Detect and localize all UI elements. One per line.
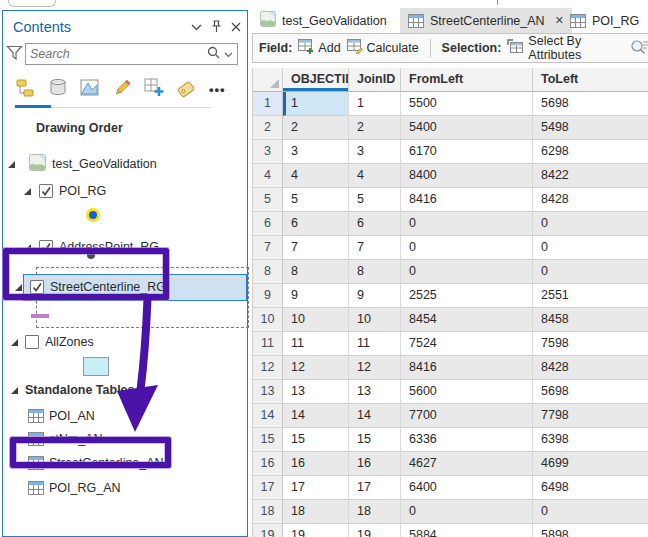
table-cell[interactable]: 17 bbox=[349, 476, 401, 500]
table-row[interactable]: 66600 bbox=[253, 212, 648, 236]
table-row[interactable]: 19191958845898 bbox=[253, 524, 648, 537]
table-cell[interactable]: 19 bbox=[283, 524, 349, 537]
table-row[interactable]: 11111175247598 bbox=[253, 332, 648, 356]
table-cell[interactable]: 13 bbox=[349, 380, 401, 404]
table-cell[interactable]: 0 bbox=[401, 500, 533, 524]
layer-checkbox[interactable] bbox=[39, 184, 53, 198]
table-cell[interactable]: 0 bbox=[533, 260, 648, 284]
filter-icon[interactable] bbox=[6, 45, 23, 64]
table-row[interactable]: 33361706298 bbox=[253, 140, 648, 164]
addresspoint-rg-point-symbol[interactable] bbox=[87, 251, 95, 259]
table-cell[interactable]: 8422 bbox=[533, 164, 648, 188]
zoom-to-selection-icon[interactable] bbox=[630, 39, 648, 58]
table-cell[interactable]: 0 bbox=[401, 212, 533, 236]
search-input[interactable] bbox=[26, 47, 207, 61]
table-row[interactable]: 10101084548458 bbox=[253, 308, 648, 332]
row-number[interactable]: 1 bbox=[253, 92, 283, 116]
table-cell[interactable]: 14 bbox=[283, 404, 349, 428]
calculate-field-button[interactable]: Calculate bbox=[347, 39, 419, 57]
search-options-chevron-icon[interactable] bbox=[224, 47, 233, 61]
table-row[interactable]: 17171764006498 bbox=[253, 476, 648, 500]
table-cell[interactable]: 10 bbox=[283, 308, 349, 332]
table-cell[interactable]: 5400 bbox=[401, 116, 533, 140]
table-cell[interactable]: 2 bbox=[283, 116, 349, 140]
column-header-joinid[interactable]: JoinID bbox=[349, 68, 401, 92]
table-cell[interactable]: 7598 bbox=[533, 332, 648, 356]
table-cell[interactable]: 7524 bbox=[401, 332, 533, 356]
standalone-tables-header[interactable]: Standalone Tables bbox=[3, 379, 247, 401]
table-cell[interactable]: 15 bbox=[349, 428, 401, 452]
table-row[interactable]: 77700 bbox=[253, 236, 648, 260]
table-item-stnm-an[interactable]: stNm_AN bbox=[3, 428, 247, 450]
table-cell[interactable]: 17 bbox=[283, 476, 349, 500]
table-row[interactable]: 22254005498 bbox=[253, 116, 648, 140]
table-cell[interactable]: 4 bbox=[283, 164, 349, 188]
table-cell[interactable]: 8458 bbox=[533, 308, 648, 332]
row-number[interactable]: 16 bbox=[253, 452, 283, 476]
view-tab-poi-rg[interactable]: POI_RG bbox=[562, 8, 647, 33]
table-cell[interactable]: 2525 bbox=[401, 284, 533, 308]
table-cell[interactable]: 18 bbox=[283, 500, 349, 524]
search-icon[interactable] bbox=[207, 46, 220, 62]
table-cell[interactable]: 1 bbox=[349, 92, 401, 116]
table-row[interactable]: 88800 bbox=[253, 260, 648, 284]
pin-icon[interactable] bbox=[211, 20, 222, 33]
expander-icon[interactable] bbox=[24, 188, 31, 195]
layer-item-addresspoint-rg[interactable]: AddressPoint_RG bbox=[3, 236, 247, 258]
row-number[interactable]: 10 bbox=[253, 308, 283, 332]
table-cell[interactable]: 8400 bbox=[401, 164, 533, 188]
table-item-poi-rg-an[interactable]: POI_RG_AN bbox=[3, 477, 247, 499]
table-cell[interactable]: 0 bbox=[401, 236, 533, 260]
row-number[interactable]: 15 bbox=[253, 428, 283, 452]
table-cell[interactable]: 8 bbox=[283, 260, 349, 284]
row-number[interactable]: 17 bbox=[253, 476, 283, 500]
expander-icon[interactable] bbox=[11, 339, 18, 346]
row-number[interactable]: 5 bbox=[253, 188, 283, 212]
table-cell[interactable]: 6 bbox=[349, 212, 401, 236]
expander-icon[interactable] bbox=[8, 161, 15, 168]
table-cell[interactable]: 6400 bbox=[401, 476, 533, 500]
table-cell[interactable]: 0 bbox=[533, 500, 648, 524]
table-row[interactable]: 55584168428 bbox=[253, 188, 648, 212]
table-cell[interactable]: 9 bbox=[349, 284, 401, 308]
layer-item-allzones[interactable]: AllZones bbox=[3, 331, 247, 353]
table-cell[interactable]: 7700 bbox=[401, 404, 533, 428]
table-cell[interactable]: 6498 bbox=[533, 476, 648, 500]
table-cell[interactable]: 11 bbox=[283, 332, 349, 356]
table-cell[interactable]: 13 bbox=[283, 380, 349, 404]
table-cell[interactable]: 1 bbox=[283, 92, 349, 116]
row-number[interactable]: 3 bbox=[253, 140, 283, 164]
table-cell[interactable]: 7798 bbox=[533, 404, 648, 428]
list-by-selection-icon[interactable] bbox=[79, 77, 101, 102]
table-cell[interactable]: 10 bbox=[349, 308, 401, 332]
row-number[interactable]: 2 bbox=[253, 116, 283, 140]
table-item-poi-an[interactable]: POI_AN bbox=[3, 405, 247, 427]
select-all-corner-cell[interactable] bbox=[253, 68, 283, 92]
table-cell[interactable]: 0 bbox=[533, 236, 648, 260]
column-header-fromleft[interactable]: FromLeft bbox=[401, 68, 533, 92]
table-cell[interactable]: 0 bbox=[401, 260, 533, 284]
table-cell[interactable]: 5698 bbox=[533, 92, 648, 116]
view-tab-streetcenterline-an[interactable]: StreetCenterline_AN ✕ bbox=[400, 8, 572, 33]
table-cell[interactable]: 15 bbox=[283, 428, 349, 452]
table-cell[interactable]: 8428 bbox=[533, 356, 648, 380]
table-cell[interactable]: 5698 bbox=[533, 380, 648, 404]
table-cell[interactable]: 12 bbox=[283, 356, 349, 380]
table-cell[interactable]: 5898 bbox=[533, 524, 648, 537]
table-cell[interactable]: 8416 bbox=[401, 356, 533, 380]
layer-checkbox[interactable] bbox=[25, 335, 39, 349]
map-item[interactable]: test_GeoValidation bbox=[3, 153, 247, 175]
table-cell[interactable]: 8416 bbox=[401, 188, 533, 212]
layer-checkbox[interactable] bbox=[30, 280, 44, 294]
streetcenterline-rg-line-symbol[interactable] bbox=[31, 314, 49, 318]
row-number[interactable]: 9 bbox=[253, 284, 283, 308]
row-number[interactable]: 4 bbox=[253, 164, 283, 188]
table-cell[interactable]: 6298 bbox=[533, 140, 648, 164]
layer-item-poi-rg[interactable]: POI_RG bbox=[3, 180, 247, 202]
table-cell[interactable]: 5 bbox=[283, 188, 349, 212]
table-cell[interactable]: 6 bbox=[283, 212, 349, 236]
table-cell[interactable]: 14 bbox=[349, 404, 401, 428]
table-row[interactable]: 99925252551 bbox=[253, 284, 648, 308]
table-row[interactable]: 14141477007798 bbox=[253, 404, 648, 428]
view-tab-map[interactable]: test_GeoValidation bbox=[252, 8, 395, 33]
